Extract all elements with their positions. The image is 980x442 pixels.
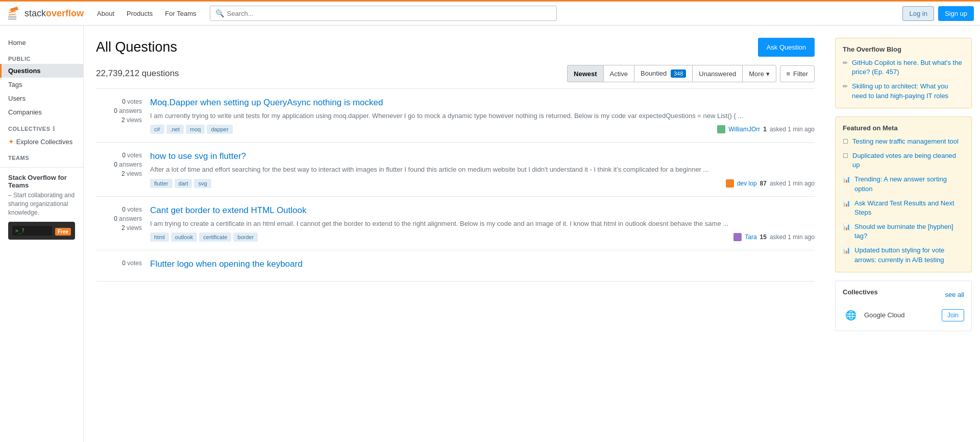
tag[interactable]: moq — [186, 125, 205, 134]
sidebar-item-tags[interactable]: Tags — [0, 78, 83, 91]
view-count: 2 views — [121, 224, 142, 231]
tab-newest[interactable]: Newest — [567, 65, 604, 82]
signup-button[interactable]: Sign up — [938, 6, 974, 21]
avatar — [733, 233, 742, 241]
tag[interactable]: svg — [194, 179, 211, 188]
question-title[interactable]: Moq.Dapper when setting up QueryAsync no… — [150, 97, 815, 108]
tab-unanswered[interactable]: Unanswered — [692, 65, 743, 82]
meta-link[interactable]: Ask Wizard Test Results and Next Steps — [854, 199, 964, 217]
login-button[interactable]: Log in — [902, 6, 934, 21]
username[interactable]: Tara — [745, 234, 756, 241]
question-meta: dev lop 87 asked 1 min ago — [726, 179, 815, 188]
tag[interactable]: flutter — [150, 179, 173, 188]
blog-widget-title: The Overflow Blog — [843, 45, 964, 53]
tab-active[interactable]: Active — [603, 65, 634, 82]
user-rep: 1 — [763, 126, 767, 133]
filter-icon: ≡ — [787, 70, 791, 78]
list-item: ✏ Skilling up to architect: What you nee… — [843, 82, 964, 100]
asked-time: asked 1 min ago — [770, 126, 815, 133]
collectives-info-icon[interactable]: ℹ — [53, 125, 56, 132]
sidebar-public-section: PUBLIC — [0, 50, 83, 64]
question-title[interactable]: Flutter logo when opening the keyboard — [150, 259, 815, 270]
question-meta: Tara 15 asked 1 min ago — [733, 233, 815, 241]
view-count: 2 views — [121, 170, 142, 177]
questions-list: 0 votes 0 answers 2 views Moq.Dapper whe… — [96, 88, 815, 282]
tag[interactable]: dapper — [207, 125, 232, 134]
blog-link[interactable]: GitHub Copilot is here. But what's the p… — [852, 58, 964, 77]
table-row: 0 votes 0 answers 2 views Moq.Dapper whe… — [96, 89, 815, 143]
nav-for-teams[interactable]: For Teams — [160, 7, 201, 20]
collectives-title: Collectives — [843, 288, 878, 296]
collectives-widget: Collectives see all 🌐 Google Cloud Join — [835, 281, 972, 331]
list-item: ✏ GitHub Copilot is here. But what's the… — [843, 58, 964, 77]
question-excerpt: I am currently trying to write unit test… — [150, 111, 815, 121]
question-count: 22,739,212 questions — [96, 68, 179, 79]
tab-bountied[interactable]: Bountied 348 — [634, 65, 693, 82]
question-title[interactable]: how to use svg in flutter? — [150, 151, 815, 162]
avatar — [717, 125, 725, 133]
sidebar-item-home[interactable]: Home — [0, 36, 83, 50]
code-preview: >_? — [12, 226, 52, 236]
tabs-and-filter: Newest Active Bountied 348 Unanswered Mo… — [567, 65, 815, 82]
avatar — [726, 179, 734, 188]
tab-more[interactable]: More ▾ — [742, 65, 776, 82]
collectives-header: Collectives see all — [843, 288, 964, 301]
page-title: All Questions — [96, 39, 177, 55]
list-item: 📊 Updated button styling for vote arrows… — [843, 246, 964, 264]
list-item: ☐ Testing new traffic management tool — [843, 137, 964, 146]
teams-title: Stack Overflow for Teams — [8, 174, 75, 189]
meta-link[interactable]: Should we burninate the [hyphen] tag? — [854, 222, 964, 241]
meta-link[interactable]: Testing new traffic management tool — [852, 137, 959, 146]
meta-trending-icon: 📊 — [843, 223, 850, 230]
meta-link[interactable]: Trending: A new answer sorting option — [854, 175, 964, 193]
table-row: 0 votes 0 answers 2 views how to use svg… — [96, 143, 815, 196]
svg-marker-6 — [10, 7, 18, 12]
blog-widget: The Overflow Blog ✏ GitHub Copilot is he… — [835, 38, 972, 108]
question-body: how to use svg in flutter? After a lot o… — [150, 151, 815, 188]
collective-name: Google Cloud — [864, 311, 905, 319]
topbar-nav: About Products For Teams — [92, 7, 201, 20]
meta-link[interactable]: Updated button styling for vote arrows: … — [854, 246, 964, 264]
tag[interactable]: dart — [175, 179, 192, 188]
sidebar-item-explore-collectives[interactable]: ✦ Explore Collectives — [0, 134, 83, 149]
svg-rect-0 — [8, 16, 16, 17]
username[interactable]: dev lop — [737, 180, 757, 187]
main-content: All Questions Ask Question 22,739,212 qu… — [84, 26, 827, 442]
question-stats: 0 votes 0 answers 2 views — [96, 97, 142, 134]
tag[interactable]: .net — [166, 125, 184, 134]
question-excerpt: After a lot of time and effort searching… — [150, 165, 815, 174]
sidebar-item-questions[interactable]: Questions — [0, 64, 83, 78]
question-title[interactable]: Cant get border to extend HTML Outlook — [150, 205, 815, 216]
tag[interactable]: c# — [150, 125, 164, 134]
logo[interactable]: stackoverflow — [6, 6, 84, 21]
nav-products[interactable]: Products — [121, 7, 158, 20]
blog-link[interactable]: Skilling up to architect: What you need … — [852, 82, 964, 100]
ask-question-button[interactable]: Ask Question — [758, 38, 815, 57]
pencil-icon: ✏ — [843, 59, 848, 66]
filter-button[interactable]: ≡ Filter — [780, 65, 815, 82]
sidebar-nav: Home PUBLIC Questions Tags Users Compani… — [0, 36, 83, 163]
tag[interactable]: border — [233, 232, 258, 242]
view-count: 2 views — [121, 117, 142, 124]
tag[interactable]: certificate — [199, 232, 231, 242]
meta-link[interactable]: Duplicated votes are being cleaned up — [852, 151, 964, 170]
username[interactable]: WilliamJOrr — [728, 126, 760, 133]
svg-rect-3 — [9, 14, 16, 15]
see-all-link[interactable]: see all — [945, 291, 964, 298]
join-button[interactable]: Join — [942, 309, 964, 321]
tag[interactable]: html — [150, 232, 169, 242]
sidebar-item-users[interactable]: Users — [0, 91, 83, 105]
left-sidebar: Home PUBLIC Questions Tags Users Compani… — [0, 26, 84, 442]
nav-about[interactable]: About — [92, 7, 119, 20]
meta-square-icon: ☐ — [843, 138, 848, 145]
meta-trending-icon: 📊 — [843, 176, 850, 183]
question-stats: 0 votes 0 answers 2 views — [96, 205, 142, 242]
sidebar-item-companies[interactable]: Companies — [0, 105, 83, 119]
tag[interactable]: outlook — [171, 232, 197, 242]
teams-image: >_? Free — [8, 222, 75, 240]
meta-trending-icon: 📊 — [843, 247, 850, 254]
list-item: 🌐 Google Cloud Join — [843, 307, 964, 323]
search-input[interactable] — [227, 10, 551, 17]
teams-promo: Stack Overflow for Teams – Start collabo… — [0, 167, 83, 246]
sidebar-collectives-section: COLLECTIVES ℹ — [0, 119, 83, 134]
